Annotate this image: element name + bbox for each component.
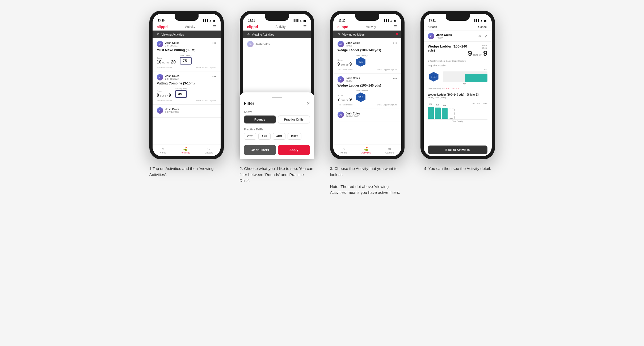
nav-activities-3[interactable]: ⛳ Activities xyxy=(361,147,371,154)
bar-3-4: 124 xyxy=(442,108,448,119)
out-of-4: OUT OF xyxy=(473,54,482,56)
activity-card-1-2[interactable]: JC Josh Coles 28 Feb 2023 ••• Putting Co… xyxy=(153,71,221,105)
phone-column-1: 13:20 ▐▐▐ ▲ ▣ clippd Activity ☰ ⚙ View xyxy=(147,11,226,178)
edit-icon-4[interactable]: ✏ xyxy=(478,34,482,38)
dots-menu-1-2[interactable]: ••• xyxy=(212,74,216,78)
info-text-4: Test Information xyxy=(430,60,445,62)
user-date-1-2: 28 Feb 2023 xyxy=(165,78,179,80)
user-date-1-1: 28 Feb 2023 xyxy=(165,44,179,47)
nav-activities-1[interactable]: ⛳ Activities xyxy=(181,147,190,154)
bar-1-4: 132 xyxy=(428,107,434,119)
info-label-1-2: Test Information xyxy=(157,99,172,102)
nav-capture-3[interactable]: ⊕ Capture xyxy=(385,147,394,154)
chart-bar-fill-4 xyxy=(465,74,487,82)
sq-label-3-1: Shot Quality xyxy=(356,54,368,57)
dots-menu-3-1[interactable]: ••• xyxy=(393,41,397,45)
data-row-1-2: Test Information Data: Clippd Capture xyxy=(157,99,216,102)
user-info-1-3: Josh Coles 28 Feb 2023 xyxy=(165,108,179,113)
activity-card-1-1[interactable]: JC Josh Coles 28 Feb 2023 ••• Must Make … xyxy=(153,38,221,71)
detail-user-row-4: JC Josh Coles Today ✏ ⤢ xyxy=(424,31,492,42)
apply-filter-button[interactable]: Apply xyxy=(278,145,310,155)
status-icons-1: ▐▐▐ ▲ ▣ xyxy=(202,19,215,22)
banner-text-1: Viewing Activities xyxy=(162,33,184,36)
phone-screen-3: 13:20 ▐▐▐ ▲ ▣ clippd Activity ☰ ⚙ Viewin… xyxy=(333,14,401,156)
bottom-nav-1: ⌂ Home ⛳ Activities ⊕ Capture xyxy=(153,144,221,156)
cancel-button-4[interactable]: Cancel xyxy=(478,25,487,28)
status-icons-2: ▐▐▐ ▲ ▣ xyxy=(293,19,305,22)
filter-title: Filter xyxy=(244,101,254,106)
close-filter-button[interactable]: ✕ xyxy=(306,101,310,106)
activity-card-3-2[interactable]: JC Josh Coles Today ••• Wedge Ladder (10… xyxy=(333,74,401,109)
back-to-activities-button-4[interactable]: Back to Activities xyxy=(428,146,487,154)
page-container: 13:20 ▐▐▐ ▲ ▣ clippd Activity ☰ ⚙ View xyxy=(147,11,498,196)
phone-screen-2: 13:21 ▐▐▐ ▲ ▣ clippd Activity ☰ ⚙ Viewin… xyxy=(243,14,311,156)
activity-card-1-3[interactable]: JC Josh Coles 28 Feb 2023 xyxy=(153,105,221,118)
activity-card-3-1[interactable]: JC Josh Coles Today ••• Wedge Ladder (10… xyxy=(333,38,401,74)
clippd-logo-2: clippd xyxy=(247,25,258,29)
wifi-icon-3: ▲ xyxy=(390,19,393,22)
detail-header-4: < Back Cancel xyxy=(424,23,492,31)
avatar-1-1: JC xyxy=(157,41,163,47)
practice-label: Practice Drills xyxy=(244,128,310,131)
stats-row-3-1: Score 9 OUT OF 9 Shot Quality 130 xyxy=(338,54,397,67)
shots-value-3-2: 9 xyxy=(349,97,352,102)
wedge-drill-info-4: Wedge Ladder (100–140 yds) - 06 Mar 23 •… xyxy=(428,93,479,99)
red-dot-3 xyxy=(396,33,398,35)
ott-button[interactable]: OTT xyxy=(244,133,256,140)
viewing-banner-3[interactable]: ⚙ Viewing Activities xyxy=(333,31,401,38)
expand-icon-4[interactable]: ⤢ xyxy=(484,34,487,38)
nav-home-3[interactable]: ⌂ Home xyxy=(340,147,347,154)
detail-user-date-4: Today xyxy=(436,36,452,39)
hamburger-icon-3[interactable]: ☰ xyxy=(394,25,397,29)
data-label-3-1: Data: Clippd Capture xyxy=(377,68,397,71)
nav-home-1[interactable]: ⌂ Home xyxy=(160,147,166,154)
hamburger-icon-2[interactable]: ☰ xyxy=(303,25,307,29)
bar-chart-mini-4: 132 129 124 xyxy=(428,105,487,119)
putt-button[interactable]: PUTT xyxy=(288,133,301,140)
chart-x-axis-4: Shot Quality xyxy=(428,120,487,122)
sq-hex-big-4: 130 xyxy=(428,71,440,83)
app-button[interactable]: APP xyxy=(258,133,271,140)
phone-frame-1: 13:20 ▐▐▐ ▲ ▣ clippd Activity ☰ ⚙ View xyxy=(149,11,224,159)
user-row-3-3: JC Josh Coles 28 Feb 2023 xyxy=(338,112,360,118)
user-row-3-2: JC Josh Coles Today xyxy=(338,76,360,83)
stat-score-3-1: Score 9 OUT OF 9 xyxy=(338,59,352,67)
filter-actions: Clear Filters Apply xyxy=(244,145,310,155)
nav-activities-label-3: Activities xyxy=(361,151,371,154)
back-button-4[interactable]: < Back xyxy=(428,25,437,28)
wifi-icon-2: ▲ xyxy=(300,19,302,22)
nav-capture-1[interactable]: ⊕ Capture xyxy=(205,147,213,154)
viewing-banner-2[interactable]: ⚙ Viewing Activities xyxy=(243,31,311,38)
bg-avatar-2: JC xyxy=(247,41,254,47)
time-1: 13:20 xyxy=(158,19,165,22)
chart-max-label-4: 130 xyxy=(443,69,487,71)
out-of-3-1: OUT OF xyxy=(340,64,348,66)
stat-sq-3-2: Shot Quality 118 xyxy=(356,89,368,102)
viewing-banner-1[interactable]: ⚙ Viewing Activities xyxy=(153,31,221,38)
stats-row-1-2: Score 0 OUT OF 9 Shot Quality 45 xyxy=(157,87,216,98)
hamburger-icon-1[interactable]: ☰ xyxy=(213,25,216,29)
user-row-1-1: JC Josh Coles 28 Feb 2023 xyxy=(157,41,179,47)
avatar-1-2: JC xyxy=(157,74,163,80)
practice-session-link-4[interactable]: Practice Session xyxy=(443,87,459,89)
rounds-filter-button[interactable]: Rounds xyxy=(244,116,276,123)
wedge-drill-row-4: Wedge Ladder (100–140 yds) - 06 Mar 23 •… xyxy=(428,92,487,100)
nav-home-label-1: Home xyxy=(160,151,166,154)
sq-badge-1-2: 45 xyxy=(175,90,187,98)
dots-menu-3-2[interactable]: ••• xyxy=(393,76,397,80)
phone-notch-1 xyxy=(175,14,199,21)
activity-card-3-3[interactable]: JC Josh Coles 28 Feb 2023 xyxy=(333,109,401,122)
clear-filters-button[interactable]: Clear Filters xyxy=(244,145,276,155)
arg-button[interactable]: ARG xyxy=(273,133,285,140)
card-header-3-1: JC Josh Coles Today ••• xyxy=(338,41,397,47)
dots-menu-1-1[interactable]: ••• xyxy=(212,41,216,45)
practice-drills-filter-button[interactable]: Practice Drills xyxy=(278,116,310,123)
score-row-4: 9 OUT OF 9 xyxy=(468,49,487,58)
caption-3: 3. Choose the Activity that you want to … xyxy=(330,166,405,196)
info-label-3-2: Test Information xyxy=(338,104,353,106)
score-value-1-1: 10 xyxy=(157,60,162,65)
user-date-3-1: Today xyxy=(346,44,360,47)
score-header-label-4: Score xyxy=(468,44,487,47)
user-name-3-3: Josh Coles xyxy=(346,112,360,115)
battery-icon-1: ▣ xyxy=(213,19,215,22)
